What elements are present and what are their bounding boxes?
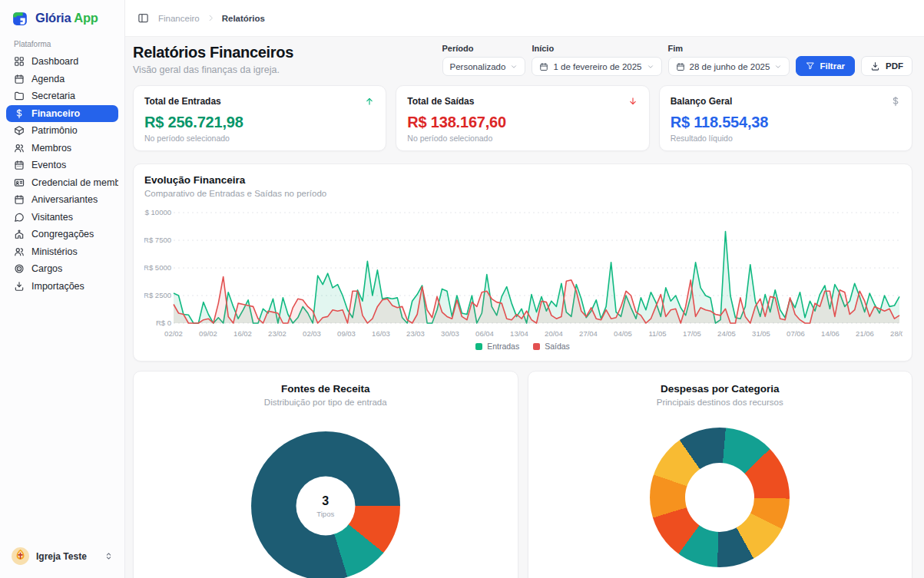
sidebar-item-label: Eventos [31,160,66,170]
calendar-icon [14,194,25,205]
donut-center: 3 Tipos [296,477,355,536]
sidebar-item-aniversariantes[interactable]: Aniversariantes [6,191,118,209]
users-icon [14,143,25,154]
id-card-icon [14,177,25,188]
stats-row: Total de Entradas R$ 256.721,98 No perío… [133,85,912,151]
svg-text:R$ 0: R$ 0 [156,319,171,327]
sidebar-item-label: Membros [31,143,71,154]
stat-note: No período selecionado [407,134,638,143]
sidebar-item-label: Cargos [31,263,62,274]
chevron-down-icon [774,63,782,71]
legend-label: Saídas [545,342,570,351]
svg-text:09/02: 09/02 [199,329,217,338]
stat-value-entradas: R$ 256.721,98 [144,114,375,131]
periodo-select[interactable]: Personalizado [442,57,526,76]
svg-text:07/06: 07/06 [787,329,805,338]
fim-date-picker[interactable]: 28 de junho de 2025 [668,57,790,76]
app-logo-icon [11,8,30,28]
inicio-date-picker[interactable]: 1 de fevereiro de 2025 [532,57,661,76]
org-selector[interactable]: Igreja Teste [0,537,124,578]
sidebar-item-label: Credencial de memb... [31,177,118,188]
evolucao-financeira-card: Evolução Financeira Comparativo de Entra… [133,163,912,362]
despesas-categoria-card: Despesas por Categoria Principais destin… [528,371,913,578]
donut-center-label: Tipos [316,510,334,518]
app-logo[interactable]: Glória App [0,0,124,32]
org-name: Igreja Teste [36,551,87,562]
svg-text:31/05: 31/05 [752,329,770,338]
sidebar-nav: DashboardAgendaSecretariaFinanceiroPatri… [0,53,124,295]
svg-text:02/02: 02/02 [164,329,183,338]
card-balanco-geral: Balanço Geral R$ 118.554,38 Resultado lí… [659,85,912,151]
pie-title: Despesas por Categoria [539,383,902,395]
svg-text:11/05: 11/05 [648,329,666,338]
sidebar-item-patrimonio[interactable]: Patrimônio [6,122,118,140]
breadcrumb-financeiro[interactable]: Financeiro [158,14,200,23]
breadcrumb: Financeiro Relatórios [158,14,265,23]
calendar-icon [539,62,548,71]
stat-note: No período selecionado [144,134,375,143]
svg-text:30/03: 30/03 [441,329,459,338]
sidebar-item-agenda[interactable]: Agenda [6,71,118,88]
sidebar-item-visitantes[interactable]: Visitantes [6,209,118,226]
stat-note: Resultado líquido [671,134,901,143]
donut-center-value: 3 [322,494,329,508]
svg-text:20/04: 20/04 [545,329,563,338]
sidebar-item-eventos[interactable]: Eventos [6,157,118,174]
svg-text:17/05: 17/05 [683,329,701,338]
download-icon [870,61,880,71]
sidebar-item-ministerios[interactable]: Ministérios [6,243,118,261]
dollar-icon [14,108,25,119]
app-brand: Glória App [35,11,98,25]
grid-icon [14,56,25,67]
sidebar-item-dashboard[interactable]: Dashboard [6,53,118,71]
card-total-entradas: Total de Entradas R$ 256.721,98 No perío… [133,85,386,151]
svg-text:23/02: 23/02 [268,329,286,338]
stat-title: Balanço Geral [671,96,733,107]
svg-text:23/03: 23/03 [406,329,425,338]
sidebar-item-membros[interactable]: Membros [6,140,118,157]
despesas-categoria-donut[interactable] [650,428,790,567]
sidebar-item-label: Patrimônio [31,125,78,136]
chevrons-up-down-icon[interactable] [104,551,114,561]
sidebar-item-label: Congregações [31,229,94,239]
pie-subtitle: Distribuição por tipo de entrada [144,398,507,407]
card-total-saidas: Total de Saídas R$ 138.167,60 No período… [396,85,649,151]
sidebar-item-label: Visitantes [31,212,73,223]
chevron-down-icon [510,63,518,71]
page-title: Relatórios Financeiros [133,44,293,61]
sidebar-item-cargos[interactable]: Cargos [6,260,118,278]
sidebar-item-credencial-de-memb[interactable]: Credencial de memb... [6,174,118,192]
chevron-down-icon [647,63,654,71]
filtrar-button[interactable]: Filtrar [796,56,855,76]
sidebar-toggle-icon[interactable] [137,12,149,24]
stat-title: Total de Entradas [144,96,221,107]
calendar-icon [676,62,685,71]
pie-title: Fontes de Receita [144,383,507,395]
svg-text:16/02: 16/02 [233,329,252,338]
dollar-icon [890,96,901,107]
svg-text:04/05: 04/05 [614,329,632,338]
message-icon [14,212,25,223]
svg-text:24/05: 24/05 [717,329,736,338]
breadcrumb-relatorios: Relatórios [222,14,265,23]
import-icon [14,281,25,292]
sidebar-item-importacoes[interactable]: Importações [6,278,118,296]
line-chart-canvas[interactable]: R$ 0R$ 2500R$ 5000R$ 7500R$ 1000002/0209… [144,200,902,342]
stat-title: Total de Saídas [407,96,474,107]
sidebar-item-secretaria[interactable]: Secretaria [6,88,118,105]
svg-text:21/06: 21/06 [856,329,874,338]
fontes-receita-donut[interactable]: 3 Tipos [251,431,400,578]
target-icon [14,263,25,274]
fim-label: Fim [668,44,790,53]
sidebar-item-financeiro[interactable]: Financeiro [6,105,118,123]
platform-label: Plataforma [0,32,124,53]
org-avatar [11,547,30,566]
legend-swatch [533,343,540,350]
stat-value-balanco: R$ 118.554,38 [671,114,901,131]
sidebar-item-congregacoes[interactable]: Congregações [6,226,118,243]
chart-legend: EntradasSaídas [144,342,901,351]
legend-saidas[interactable]: Saídas [533,342,570,351]
funnel-icon [806,61,815,71]
pdf-button[interactable]: PDF [861,56,912,76]
legend-entradas[interactable]: Entradas [475,342,519,351]
